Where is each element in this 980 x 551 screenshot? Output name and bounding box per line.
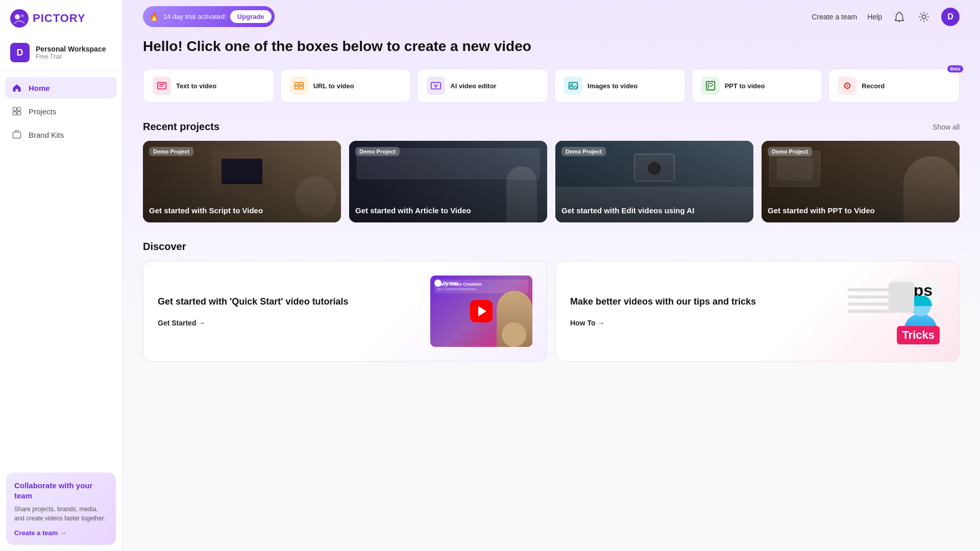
trial-text: 14 day trial activated! [163, 13, 226, 20]
images-to-video-label: Images to video [587, 82, 638, 90]
home-icon [11, 82, 22, 93]
logo[interactable]: PICTORY [0, 0, 122, 37]
how-to-link[interactable]: How To → [570, 319, 835, 327]
main-content: 🔥 14 day trial activated! Upgrade Create… [122, 0, 980, 551]
svg-point-2 [21, 14, 24, 17]
ai-video-editor-label: AI video editor [450, 82, 496, 90]
sidebar-item-projects[interactable]: Projects [5, 101, 117, 122]
user-avatar[interactable]: D [941, 8, 960, 26]
project-tag-2: Demo Project [561, 147, 606, 156]
brand-name: PICTORY [33, 12, 86, 25]
svg-rect-4 [17, 108, 21, 111]
upgrade-button[interactable]: Upgrade [230, 10, 272, 23]
pictory-logo-icon [10, 9, 29, 28]
nav-menu: Home Projects Brand Kits [0, 71, 122, 466]
url-to-video-label: URL to video [313, 82, 354, 90]
projects-icon [11, 106, 22, 117]
project-tag-3: Demo Project [768, 147, 812, 156]
record-card[interactable]: Beta Record [828, 69, 960, 103]
images-to-video-icon [564, 77, 582, 95]
play-triangle [478, 306, 486, 316]
ai-video-editor-icon [427, 77, 445, 95]
sidebar-item-brand-kits[interactable]: Brand Kits [5, 124, 117, 145]
discover-tips-title: Make better videos with our tips and tri… [570, 295, 835, 308]
create-team-topbar[interactable]: Create a team [812, 13, 857, 21]
svg-rect-12 [431, 83, 440, 89]
url-to-video-icon [290, 77, 308, 95]
project-title-3: Get started with PPT to Video [768, 206, 953, 216]
topbar: 🔥 14 day trial activated! Upgrade Create… [122, 0, 980, 33]
url-to-video-card[interactable]: URL to video [280, 69, 411, 103]
discover-quickstart-text: Get started with 'Quick Start' video tut… [158, 295, 422, 327]
images-to-video-card[interactable]: Images to video [554, 69, 685, 103]
recent-projects-title: Recent projects [143, 121, 219, 133]
beta-badge: Beta [947, 65, 964, 72]
ppt-to-video-card[interactable]: PPT to video [692, 69, 823, 103]
collab-title: Collaborate with your team [14, 481, 108, 500]
svg-point-1 [15, 14, 20, 19]
discover-quickstart-card[interactable]: Get started with 'Quick Start' video tut… [143, 261, 547, 362]
svg-rect-15 [706, 82, 715, 90]
ppt-to-video-label: PPT to video [725, 82, 765, 90]
workspace-info: Personal Workspace Free Trial [36, 45, 106, 60]
get-started-link[interactable]: Get Started → [158, 319, 422, 327]
svg-rect-13 [569, 83, 578, 89]
project-tag-1: Demo Project [355, 147, 400, 156]
sidebar-item-home[interactable]: Home [5, 77, 117, 98]
project-card-ppt[interactable]: Demo Project Get started with PPT to Vid… [762, 141, 960, 222]
sidebar-item-projects-label: Projects [29, 107, 56, 116]
discover-tips-card[interactable]: Make better videos with our tips and tri… [555, 261, 960, 362]
discover-row: Get started with 'Quick Start' video tut… [143, 261, 960, 362]
ppt-to-video-icon [701, 77, 720, 95]
svg-rect-6 [17, 112, 21, 115]
brandkits-icon [11, 129, 22, 140]
tips-visual: Tips Tricks [843, 276, 945, 347]
sidebar-item-home-label: Home [29, 84, 50, 92]
text-to-video-icon [153, 77, 171, 95]
trial-badge: 🔥 14 day trial activated! Upgrade [143, 6, 275, 27]
project-title-2: Get started with Edit videos using AI [561, 206, 747, 216]
create-team-link[interactable]: Create a team → [14, 529, 108, 537]
page-body: Hello! Click one of the boxes below to c… [122, 33, 980, 382]
discover-title: Discover [143, 241, 960, 253]
sidebar-item-brand-kits-label: Brand Kits [29, 131, 64, 139]
notifications-icon[interactable] [892, 10, 906, 24]
sidebar: PICTORY D Personal Workspace Free Trial … [0, 0, 122, 551]
workspace-section[interactable]: D Personal Workspace Free Trial [0, 37, 122, 71]
help-link[interactable]: Help [867, 13, 882, 21]
projects-row: Demo Project Get started with Script to … [143, 141, 960, 222]
discover-tips-text: Make better videos with our tips and tri… [570, 295, 835, 327]
svg-rect-3 [13, 108, 17, 111]
fire-icon: 🔥 [149, 12, 159, 21]
svg-rect-7 [13, 132, 21, 138]
quickstart-visual: Easy Video Creation for Content Marketer… [430, 276, 532, 347]
discover-quickstart-title: Get started with 'Quick Start' video tut… [158, 295, 422, 308]
play-button[interactable] [470, 300, 493, 322]
workspace-name: Personal Workspace [36, 45, 106, 53]
record-label: Record [862, 82, 885, 90]
text-to-video-card[interactable]: Text to video [143, 69, 274, 103]
project-card-edit[interactable]: Demo Project Get started with Edit video… [555, 141, 753, 222]
collab-desc: Share projects, brands, media, and creat… [14, 505, 108, 523]
workspace-plan: Free Trial [36, 53, 106, 60]
svg-rect-5 [13, 112, 17, 115]
project-tag-0: Demo Project [149, 147, 193, 156]
page-title: Hello! Click one of the boxes below to c… [143, 38, 960, 55]
record-icon [838, 77, 856, 95]
recent-projects-header: Recent projects Show all [143, 121, 960, 133]
project-title-0: Get started with Script to Video [149, 206, 335, 216]
svg-point-8 [922, 15, 925, 18]
collaborate-section: Collaborate with your team Share project… [6, 472, 116, 545]
topbar-right: Create a team Help D [812, 8, 960, 26]
ai-video-editor-card[interactable]: AI video editor [417, 69, 548, 103]
project-card-script[interactable]: Demo Project Get started with Script to … [143, 141, 341, 222]
svg-point-18 [847, 85, 849, 87]
workspace-avatar: D [10, 43, 30, 62]
light-bulb-icon[interactable] [917, 10, 931, 24]
tools-row: Text to video URL to video AI video edit… [143, 69, 960, 103]
show-all-link[interactable]: Show all [933, 123, 960, 131]
project-title-1: Get started with Article to Video [355, 206, 541, 216]
text-to-video-label: Text to video [176, 82, 216, 90]
video-thumbnail: Easy Video Creation for Content Marketer… [430, 276, 532, 347]
project-card-article[interactable]: Demo Project Get started with Article to… [349, 141, 547, 222]
